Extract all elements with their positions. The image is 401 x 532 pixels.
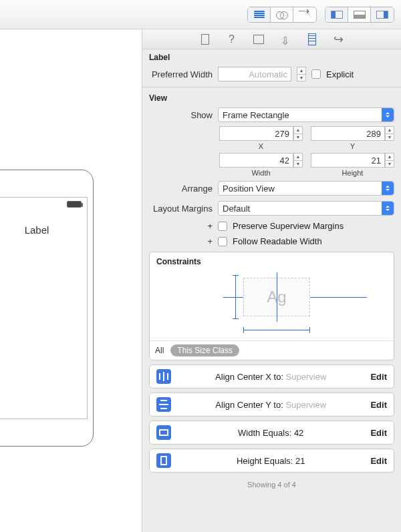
show-dropdown[interactable]: Frame Rectangle (218, 107, 394, 122)
device-screen: Label (0, 197, 88, 419)
standard-editor-button[interactable] (248, 7, 271, 22)
x-caption: X (259, 142, 263, 150)
file-inspector-tab[interactable] (198, 33, 212, 46)
show-label: Show (149, 110, 213, 120)
explicit-checkbox[interactable] (311, 69, 321, 79)
constraints-tab-sizeclass[interactable]: This Size Class (170, 344, 239, 356)
constraints-title: Constraints (150, 252, 394, 268)
attributes-inspector-tab[interactable] (279, 33, 292, 46)
preferred-width-label: Preferred Width (149, 69, 213, 79)
question-icon: ? (229, 33, 235, 45)
constraints-footer: Showing 4 of 4 (142, 477, 401, 495)
connections-inspector-tab[interactable] (332, 33, 346, 46)
assistant-editor-button[interactable] (271, 7, 293, 22)
x-stepper[interactable]: ▲▼ (293, 126, 303, 141)
size-inspector-tab[interactable] (305, 33, 319, 46)
window-toolbar (0, 0, 401, 29)
constraint-text: Width Equals: 42 (178, 428, 364, 438)
constraint-edit-button[interactable]: Edit (370, 400, 387, 410)
constraint-center-x-icon (156, 369, 171, 384)
help-inspector-tab[interactable]: ? (225, 33, 239, 46)
panel-toggle-segment (325, 7, 394, 23)
y-input[interactable]: 289 (311, 126, 385, 141)
canvas-area[interactable]: Label (0, 29, 142, 532)
constraint-text: Height Equals: 21 (178, 456, 364, 466)
toggle-utilities-button[interactable] (371, 7, 394, 22)
constraints-tab-all[interactable]: All (155, 346, 164, 355)
bottom-panel-icon (354, 11, 366, 19)
add-variation-button[interactable]: + (149, 221, 213, 231)
chevron-updown-icon (382, 202, 394, 215)
constraint-text: Align Center X to: Superview (178, 372, 364, 382)
down-arrow-icon (281, 35, 290, 44)
canvas-label-element[interactable]: Label (0, 224, 87, 236)
constraint-edit-button[interactable]: Edit (370, 456, 387, 466)
add-variation-button-2[interactable]: + (149, 236, 213, 246)
card-icon (253, 35, 264, 44)
x-input[interactable]: 279 (219, 126, 293, 141)
width-caption: Width (251, 169, 270, 177)
constraints-diagram[interactable]: Ag (150, 268, 394, 340)
follow-readable-label: Follow Readable Width (233, 236, 322, 246)
height-stepper[interactable]: ▲▼ (385, 153, 394, 168)
layout-margins-label: Layout Margins (149, 204, 213, 214)
constraints-box: Constraints Ag All This Siz (149, 252, 394, 360)
version-editor-button[interactable] (293, 7, 316, 22)
constraint-edit-button[interactable]: Edit (370, 428, 387, 438)
left-panel-icon (331, 11, 343, 19)
right-arrow-icon (333, 32, 344, 47)
inspector-tabs: ? (142, 29, 401, 49)
editor-mode-segment (247, 7, 317, 23)
preserve-superview-checkbox[interactable] (218, 222, 227, 231)
constraint-edit-button[interactable]: Edit (370, 372, 387, 382)
inspector-panel: ? Label Preferred Width Automatic ▲▼ Exp… (142, 29, 401, 532)
chevron-updown-icon (382, 182, 394, 195)
document-icon (201, 34, 209, 45)
toggle-navigator-button[interactable] (325, 7, 348, 22)
height-input[interactable]: 21 (311, 153, 385, 168)
constraint-item[interactable]: Height Equals: 21Edit (149, 449, 394, 473)
width-input[interactable]: 42 (219, 153, 293, 168)
constraint-item[interactable]: Align Center X to: SuperviewEdit (149, 364, 394, 388)
constraint-text: Align Center Y to: Superview (178, 400, 364, 410)
ruler-icon (308, 33, 316, 45)
width-stepper[interactable]: ▲▼ (293, 153, 303, 168)
venn-icon (276, 10, 288, 19)
y-caption: Y (350, 142, 355, 150)
constraint-item[interactable]: Align Center Y to: SuperviewEdit (149, 392, 394, 417)
view-section-title: View (142, 90, 401, 105)
arrow-loop-icon (299, 11, 311, 19)
preferred-width-stepper[interactable]: ▲▼ (297, 67, 306, 81)
toggle-debug-button[interactable] (348, 7, 371, 22)
constraint-item[interactable]: Width Equals: 42Edit (149, 421, 394, 445)
follow-readable-checkbox[interactable] (218, 237, 227, 246)
preserve-superview-label: Preserve Superview Margins (233, 221, 344, 231)
explicit-label: Explicit (326, 69, 354, 79)
layout-margins-dropdown[interactable]: Default (218, 201, 394, 216)
identity-inspector-tab[interactable] (252, 33, 265, 46)
preferred-width-input[interactable]: Automatic (218, 67, 291, 81)
height-caption: Height (342, 169, 364, 177)
arrange-dropdown[interactable]: Position View (218, 181, 394, 196)
constraint-center-y-icon (156, 397, 171, 412)
label-section-title: Label (142, 49, 401, 64)
constraint-width-icon (156, 425, 171, 440)
device-frame: Label (0, 170, 94, 447)
y-stepper[interactable]: ▲▼ (385, 126, 394, 141)
chevron-updown-icon (382, 108, 394, 121)
battery-icon (67, 201, 82, 208)
constraint-height-icon (156, 453, 171, 468)
right-panel-icon (376, 11, 388, 19)
arrange-label: Arrange (149, 184, 213, 194)
lines-icon (254, 11, 265, 19)
